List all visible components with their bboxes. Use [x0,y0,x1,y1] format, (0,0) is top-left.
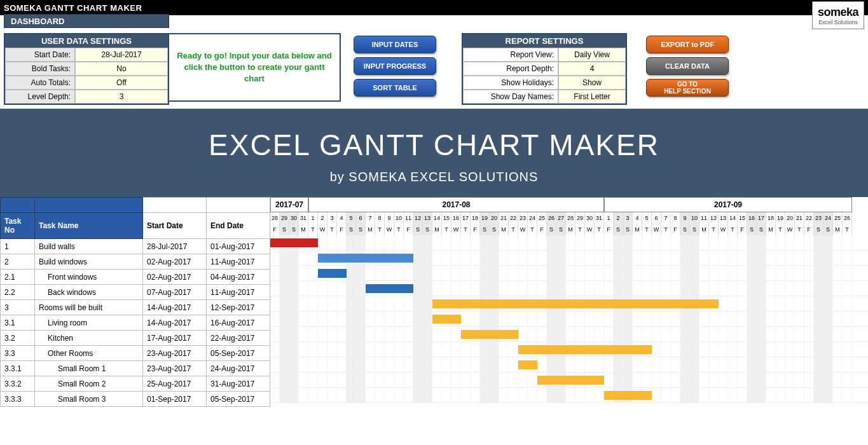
user-setting-label: Start Date: [5,48,75,62]
task-start: 07-Aug-2017 [143,285,207,300]
table-row[interactable]: 3.3.3Small Room 301-Sep-201705-Sep-2017 [1,392,270,407]
day-number: 31 [595,212,604,224]
day-number: 25 [833,212,843,224]
day-name: S [814,224,823,235]
col-task-no[interactable]: Task No [1,213,35,239]
sort-table-button[interactable]: SORT TABLE [354,79,436,97]
col-task-name[interactable]: Task Name [35,213,143,239]
day-number: 24 [823,212,833,224]
table-row[interactable]: 3Rooms will be built14-Aug-201712-Sep-20… [1,300,270,315]
day-number: 29 [575,212,585,224]
table-row[interactable]: 3.2Kitchen17-Aug-201722-Aug-2017 [1,331,270,346]
gantt-row [270,388,868,403]
day-name: W [518,224,528,235]
day-number: 10 [690,212,699,224]
user-settings-panel: USER DATA SETTINGS Start Date:28-Jul-201… [4,33,169,105]
task-no: 3.3.2 [1,376,35,392]
table-row[interactable]: 2.2Back windows07-Aug-201711-Aug-2017 [1,285,270,300]
day-number: 23 [814,212,823,224]
day-number: 1 [308,212,318,224]
hero-title: EXCEL GANTT CHART MAKER [0,128,868,162]
day-name: W [451,224,461,235]
report-settings-header: REPORT SETTINGS [463,34,626,48]
export-pdf-button[interactable]: EXPORT to PDF [646,36,729,53]
gantt-bar[interactable] [318,254,413,263]
month-header: 2017-07 [270,197,308,212]
day-name: T [661,224,671,235]
report-setting-value[interactable]: 4 [558,62,626,76]
gantt-bar[interactable] [270,238,318,247]
task-name: Small Room 2 [35,376,143,392]
task-end: 11-Aug-2017 [207,254,270,270]
day-number: 4 [337,212,347,224]
col-end-date[interactable]: End Date [207,213,270,239]
report-setting-value[interactable]: First Letter [558,90,626,104]
day-number: 5 [642,212,652,224]
day-number: 22 [804,212,814,224]
table-row[interactable]: 3.3.1Small Room 123-Aug-201724-Aug-2017 [1,361,270,376]
task-end: 01-Aug-2017 [207,239,270,254]
day-name: W [385,224,394,235]
dashboard-tab[interactable]: DASHBOARD [4,14,169,28]
table-row[interactable]: 2Build windows02-Aug-201711-Aug-2017 [1,254,270,270]
col-start-date[interactable]: Start Date [143,213,207,239]
day-name: S [823,224,833,235]
table-row[interactable]: 2.1Front windows02-Aug-201704-Aug-2017 [1,270,270,285]
gantt-bar[interactable] [432,299,719,308]
report-setting-value[interactable]: Show [558,76,626,90]
gantt-bar[interactable] [518,345,652,354]
user-setting-label: Bold Tasks: [5,62,75,76]
table-row[interactable]: 3.1Living room14-Aug-201716-Aug-2017 [1,315,270,331]
day-name: S [747,224,757,235]
month-header: 2017-08 [308,197,604,212]
input-progress-button[interactable]: INPUT PROGRESS [354,57,436,75]
gantt-bar[interactable] [604,391,652,400]
gantt-row [270,266,868,281]
gantt-bar[interactable] [318,269,347,278]
gantt-bar[interactable] [461,330,518,339]
task-start: 23-Aug-2017 [143,346,207,361]
task-start: 25-Aug-2017 [143,376,207,392]
report-setting-label: Show Holidays: [463,76,558,90]
day-name: T [728,224,738,235]
gantt-bar[interactable] [537,376,604,385]
day-number: 4 [633,212,642,224]
table-row[interactable]: 3.3.2Small Room 225-Aug-201731-Aug-2017 [1,376,270,392]
user-setting-value[interactable]: Off [75,76,168,90]
day-name: W [652,224,661,235]
input-dates-button[interactable]: INPUT DATES [354,36,436,53]
clear-data-button[interactable]: CLEAR DATA [646,57,729,75]
task-no: 3.3.1 [1,361,35,376]
day-number: 7 [366,212,375,224]
task-no: 3.3.3 [1,392,35,407]
gantt-row [270,281,868,296]
day-number: 30 [585,212,595,224]
day-name: T [327,224,337,235]
gantt-bar[interactable] [366,284,413,293]
day-number: 17 [757,212,766,224]
table-row[interactable]: 3.3Other Rooms23-Aug-201705-Sep-2017 [1,346,270,361]
day-number: 16 [747,212,757,224]
timeline-header: 2017-072017-082017-09 282930311234567891… [270,197,868,235]
user-setting-value[interactable]: 3 [75,90,168,104]
task-no: 3.1 [1,315,35,331]
day-number: 3 [327,212,337,224]
gantt-bar[interactable] [432,315,461,324]
day-number: 18 [471,212,480,224]
table-row[interactable]: 1Build walls28-Jul-201701-Aug-2017 [1,239,270,254]
task-no: 1 [1,239,35,254]
day-number: 28 [270,212,280,224]
report-setting-value[interactable]: Daily View [558,48,626,62]
day-name: T [442,224,451,235]
task-start: 01-Sep-2017 [143,392,207,407]
day-name: M [299,224,308,235]
help-section-button[interactable]: GO TOHELP SECTION [646,79,729,97]
user-setting-value[interactable]: 28-Jul-2017 [75,48,168,62]
day-name: T [795,224,804,235]
status-message: Ready to go! Input your data below and c… [169,33,341,102]
timeline: 2017-072017-082017-09 282930311234567891… [270,197,868,407]
task-start: 14-Aug-2017 [143,315,207,331]
gantt-bar[interactable] [518,360,537,369]
user-setting-value[interactable]: No [75,62,168,76]
hero-subtitle: by SOMEKA EXCEL SOLUTIONS [0,170,868,184]
